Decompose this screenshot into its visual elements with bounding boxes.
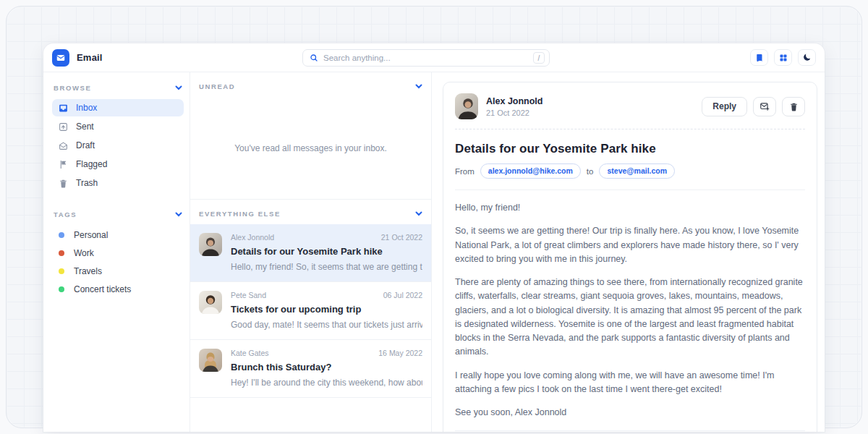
- mail-preview: Hello, my friend! So, it seems that we a…: [231, 262, 422, 272]
- tag-label: Work: [74, 248, 94, 258]
- moon-icon: [802, 53, 812, 62]
- sidebar-item-flagged[interactable]: Flagged: [52, 156, 184, 173]
- trash-icon: [59, 179, 68, 188]
- draft-icon: [59, 141, 68, 150]
- mail-item-body: Kate Gates 16 May 2022 Brunch this Satur…: [231, 349, 422, 388]
- unread-label: UNREAD: [199, 82, 235, 90]
- envelope-plus-icon: [760, 101, 770, 111]
- avatar: [199, 233, 222, 256]
- sidebar-item-draft[interactable]: Draft: [52, 137, 184, 154]
- browse-section-header: BROWSE: [52, 81, 184, 99]
- mail-sender: Kate Gates: [231, 349, 269, 357]
- body-paragraph: Hello, my friend!: [455, 201, 805, 215]
- tag-label: Personal: [74, 230, 108, 240]
- tag-item-personal[interactable]: Personal: [52, 226, 184, 244]
- message-detail-panel: Alex Jonnold 21 Oct 2022 Reply: [432, 72, 825, 432]
- email-app-window: Email /: [43, 43, 825, 432]
- sidebar-item-label: Inbox: [76, 103, 97, 113]
- message-list-panel: UNREAD You've read all messages in your …: [190, 72, 432, 432]
- chevron-down-icon[interactable]: [175, 85, 182, 90]
- tag-label: Travels: [74, 266, 102, 276]
- desktop-background: Email /: [0, 0, 868, 434]
- sidebar-item-inbox[interactable]: Inbox: [52, 99, 184, 116]
- header-divider: [455, 129, 805, 129]
- bookmarks-button[interactable]: [750, 49, 768, 66]
- tags-section-header: TAGS: [52, 208, 184, 226]
- mail-subject: Details for our Yosemite Park hike: [231, 246, 422, 257]
- app-title: Email: [77, 52, 103, 63]
- tag-color-dot: [59, 286, 64, 292]
- subject-divider: [455, 190, 805, 190]
- avatar: [199, 349, 222, 372]
- sidebar-item-label: Trash: [76, 178, 98, 188]
- tag-item-travels[interactable]: Travels: [52, 262, 184, 280]
- everything-else-section-header: EVERYTHING ELSE: [190, 200, 431, 224]
- tag-label: Concert tickets: [74, 284, 131, 294]
- sidebar-item-label: Draft: [76, 140, 95, 150]
- tags-label: TAGS: [54, 210, 77, 218]
- mail-list-item[interactable]: Alex Jonnold 21 Oct 2022 Details for our…: [190, 224, 431, 282]
- mail-date: 06 Jul 2022: [383, 291, 422, 299]
- avatar: [455, 93, 478, 119]
- chevron-down-icon[interactable]: [415, 211, 422, 216]
- from-to-row: From alex.jonnold@hike.com to steve@mail…: [455, 163, 805, 179]
- from-email-pill[interactable]: alex.jonnold@hike.com: [480, 163, 581, 179]
- chevron-down-icon[interactable]: [175, 212, 182, 217]
- mail-item-body: Alex Jonnold 21 Oct 2022 Details for our…: [231, 233, 422, 272]
- message-body: Hello, my friend! So, it seems we are ge…: [455, 201, 805, 420]
- unread-section-header: UNREAD: [190, 72, 431, 97]
- dark-mode-button[interactable]: [798, 49, 816, 66]
- flag-icon: [59, 160, 68, 169]
- sidebar: BROWSE Inbox Sent Draft Flagged: [43, 72, 190, 432]
- mail-sender: Pete Sand: [231, 291, 266, 299]
- browse-label: BROWSE: [54, 84, 91, 92]
- app-logo: [52, 49, 69, 67]
- sidebar-item-trash[interactable]: Trash: [52, 174, 184, 192]
- search-bar[interactable]: /: [302, 49, 550, 67]
- avatar: [199, 291, 222, 314]
- detail-actions: Reply: [702, 97, 805, 116]
- tag-item-work[interactable]: Work: [52, 244, 184, 262]
- unread-empty-message: You've read all messages in your inbox.: [190, 97, 431, 200]
- mail-subject: Brunch this Saturday?: [231, 362, 422, 373]
- book-icon: [755, 54, 764, 62]
- sidebar-item-sent[interactable]: Sent: [52, 118, 184, 135]
- mail-list-item[interactable]: Pete Sand 06 Jul 2022 Tickets for our up…: [190, 282, 431, 340]
- mail-list-item[interactable]: Kate Gates 16 May 2022 Brunch this Satur…: [190, 340, 431, 398]
- to-email-pill[interactable]: steve@mail.com: [599, 163, 675, 179]
- inbox-icon: [59, 103, 68, 113]
- mail-preview: Hey! I'll be around the city this weeken…: [231, 378, 422, 388]
- tag-item-concert-tickets[interactable]: Concert tickets: [52, 280, 184, 298]
- tag-color-dot: [59, 250, 64, 256]
- top-bar: Email /: [43, 43, 825, 72]
- trash-icon: [789, 102, 799, 111]
- mail-preview: Good day, mate! It seems that our ticket…: [231, 320, 422, 330]
- detail-date: 21 Oct 2022: [486, 109, 542, 117]
- tag-color-dot: [59, 268, 64, 274]
- topbar-actions: [750, 49, 816, 66]
- body-divider: [455, 430, 805, 431]
- mail-item-body: Pete Sand 06 Jul 2022 Tickets for our up…: [231, 291, 422, 330]
- detail-sender-name: Alex Jonnold: [486, 96, 542, 106]
- apps-grid-button[interactable]: [774, 49, 792, 66]
- sidebar-item-label: Flagged: [76, 159, 107, 169]
- delete-mail-button[interactable]: [782, 97, 805, 116]
- main-layout: BROWSE Inbox Sent Draft Flagged: [43, 72, 825, 432]
- search-input[interactable]: [323, 54, 528, 62]
- mail-subject: Tickets for our upcoming trip: [231, 304, 422, 315]
- forward-mail-button[interactable]: [753, 97, 776, 116]
- body-paragraph: So, it seems we are getting there! Our t…: [455, 224, 805, 266]
- reply-button[interactable]: Reply: [702, 97, 747, 116]
- detail-sender-block: Alex Jonnold 21 Oct 2022: [486, 96, 542, 117]
- tag-color-dot: [59, 232, 64, 238]
- mail-date: 21 Oct 2022: [381, 233, 422, 242]
- sidebar-item-label: Sent: [76, 122, 94, 132]
- to-label: to: [587, 167, 594, 176]
- detail-subject: Details for our Yosemite Park hike: [455, 142, 805, 156]
- message-detail-card: Alex Jonnold 21 Oct 2022 Reply: [443, 82, 817, 432]
- everything-else-label: EVERYTHING ELSE: [199, 210, 281, 218]
- from-label: From: [455, 167, 475, 176]
- chevron-down-icon[interactable]: [415, 84, 422, 89]
- grid-icon: [779, 54, 788, 62]
- mail-date: 16 May 2022: [378, 349, 422, 357]
